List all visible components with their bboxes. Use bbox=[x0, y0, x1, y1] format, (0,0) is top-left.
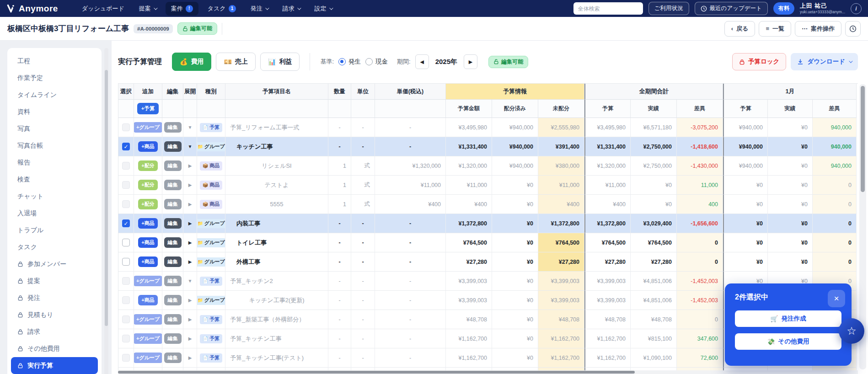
row-checkbox[interactable]: ✓ bbox=[122, 143, 130, 150]
sidebar-scrollbar-thumb[interactable] bbox=[105, 70, 108, 326]
row-edit-button[interactable]: 編集 bbox=[164, 314, 182, 325]
row-checkbox[interactable]: ✓ bbox=[122, 219, 130, 227]
row-edit-button[interactable]: 編集 bbox=[164, 141, 182, 152]
row-add-button[interactable]: +商品 bbox=[138, 237, 157, 248]
radio-accrual[interactable]: 発生 bbox=[338, 58, 361, 66]
row-add-button[interactable]: +グループ bbox=[134, 314, 162, 325]
list-button[interactable]: ≡一覧 bbox=[759, 21, 791, 37]
nav-item[interactable]: 提案 bbox=[134, 2, 162, 16]
expand-toggle[interactable]: ▼ bbox=[188, 278, 193, 283]
brand[interactable]: Anymore bbox=[6, 4, 58, 14]
sidebar-item[interactable]: 発注 bbox=[11, 289, 98, 306]
row-edit-button[interactable]: 編集 bbox=[164, 295, 182, 305]
expand-toggle[interactable]: ▶ bbox=[188, 298, 192, 303]
nav-item[interactable]: 設定 bbox=[309, 2, 338, 16]
sidebar-item[interactable]: 実行予算 bbox=[11, 357, 98, 374]
case-actions-button[interactable]: ⋯案件操作 bbox=[795, 21, 841, 37]
row-checkbox[interactable] bbox=[122, 315, 130, 323]
sidebar-item[interactable]: 検査 bbox=[11, 171, 98, 188]
row-edit-button[interactable]: 編集 bbox=[164, 218, 182, 229]
row-checkbox[interactable] bbox=[122, 335, 130, 342]
row-checkbox[interactable] bbox=[122, 162, 130, 170]
row-add-button[interactable]: +グループ bbox=[134, 353, 162, 363]
budget-lock-button[interactable]: 予算ロック bbox=[732, 53, 786, 70]
row-add-button[interactable]: +配分 bbox=[138, 180, 157, 190]
sidebar-scrollbar[interactable] bbox=[104, 48, 108, 374]
tab-sales[interactable]: 💴売上 bbox=[216, 53, 255, 71]
sidebar-item[interactable]: トラブル bbox=[11, 222, 98, 239]
row-add-button[interactable]: +配分 bbox=[138, 199, 157, 209]
sidebar-item[interactable]: 提案 bbox=[11, 272, 98, 289]
nav-item[interactable]: 請求 bbox=[277, 2, 305, 16]
row-add-button[interactable]: +商品 bbox=[138, 141, 157, 152]
nav-item[interactable]: タスク 1 bbox=[202, 2, 241, 16]
history-button[interactable] bbox=[845, 21, 861, 37]
row-edit-button[interactable]: 編集 bbox=[164, 353, 182, 363]
nav-item[interactable]: 発注 bbox=[245, 2, 273, 16]
expand-toggle[interactable]: ▶ bbox=[188, 259, 192, 264]
row-add-button[interactable]: +グループ bbox=[134, 122, 162, 133]
info-icon[interactable]: i bbox=[851, 3, 862, 14]
row-add-button[interactable]: +配分 bbox=[138, 160, 157, 171]
row-add-button[interactable]: +グループ bbox=[134, 333, 162, 344]
user-menu[interactable]: 上田 祐己 yuki.ueta+33333@anym... bbox=[800, 2, 845, 15]
nav-item[interactable]: 案件 ! bbox=[166, 2, 198, 16]
row-add-button[interactable]: +商品 bbox=[138, 256, 157, 267]
sidebar-item[interactable]: 工程 bbox=[11, 53, 98, 69]
row-checkbox[interactable] bbox=[122, 354, 130, 362]
row-checkbox[interactable] bbox=[122, 200, 130, 208]
expand-toggle[interactable]: ▶ bbox=[188, 355, 192, 360]
table-horizontal-scrollbar[interactable] bbox=[118, 370, 858, 374]
row-checkbox[interactable] bbox=[122, 181, 130, 189]
row-edit-button[interactable]: 編集 bbox=[164, 256, 182, 267]
add-budget-button[interactable]: +予算 bbox=[137, 103, 159, 114]
tab-profit[interactable]: 📊利益 bbox=[260, 53, 300, 71]
close-icon[interactable]: × bbox=[828, 290, 845, 307]
row-edit-button[interactable]: 編集 bbox=[164, 122, 182, 133]
updates-button[interactable]: 最近のアップデート bbox=[695, 2, 768, 15]
sidebar-item[interactable]: タイムライン bbox=[11, 86, 98, 103]
next-year-button[interactable]: ▶ bbox=[464, 54, 477, 69]
other-cost-button[interactable]: 💸その他費用 bbox=[735, 333, 841, 350]
row-checkbox[interactable] bbox=[122, 296, 130, 304]
row-checkbox[interactable] bbox=[122, 123, 130, 131]
create-order-button[interactable]: 🛒発注作成 bbox=[735, 310, 841, 327]
sidebar-item[interactable]: 請求 bbox=[11, 323, 98, 340]
row-edit-button[interactable]: 編集 bbox=[164, 237, 182, 248]
row-edit-button[interactable]: 編集 bbox=[164, 199, 182, 209]
usage-button[interactable]: ご利用状況 bbox=[648, 2, 689, 15]
expand-toggle[interactable]: ▶ bbox=[188, 221, 192, 226]
search-input[interactable] bbox=[573, 2, 643, 15]
sidebar-item[interactable]: 参加メンバー bbox=[11, 256, 98, 272]
row-edit-button[interactable]: 編集 bbox=[164, 180, 182, 190]
sidebar-item[interactable]: チャット bbox=[11, 188, 98, 205]
back-button[interactable]: ‹戻る bbox=[724, 21, 755, 37]
favorite-fab[interactable]: ☆ bbox=[839, 318, 864, 344]
sidebar-item[interactable]: タスク bbox=[11, 239, 98, 256]
expand-toggle[interactable]: ▶ bbox=[188, 202, 192, 207]
table-vertical-scrollbar-thumb[interactable] bbox=[861, 86, 865, 192]
sidebar-item[interactable]: 写真台帳 bbox=[11, 137, 98, 154]
prev-year-button[interactable]: ◀ bbox=[415, 54, 429, 69]
row-add-button[interactable]: +商品 bbox=[138, 218, 157, 229]
tab-cost[interactable]: 💰費用 bbox=[172, 53, 211, 71]
row-edit-button[interactable]: 編集 bbox=[164, 160, 182, 171]
row-add-button[interactable]: +グループ bbox=[134, 276, 162, 286]
radio-cash[interactable]: 現金 bbox=[365, 58, 388, 66]
sidebar-item[interactable]: その他費用 bbox=[11, 340, 98, 357]
row-edit-button[interactable]: 編集 bbox=[164, 333, 182, 344]
row-checkbox[interactable] bbox=[122, 239, 130, 246]
sidebar-item[interactable]: 写真 bbox=[11, 120, 98, 137]
sidebar-item[interactable]: 資料 bbox=[11, 103, 98, 120]
sidebar-item[interactable]: 作業予定 bbox=[11, 69, 98, 86]
expand-toggle[interactable]: ▶ bbox=[188, 317, 192, 322]
row-add-button[interactable]: +商品 bbox=[138, 295, 157, 305]
nav-item[interactable]: ダッシュボード bbox=[76, 2, 130, 16]
expand-toggle[interactable]: ▼ bbox=[188, 144, 193, 149]
expand-toggle[interactable]: ▶ bbox=[188, 336, 192, 341]
row-edit-button[interactable]: 編集 bbox=[164, 276, 182, 286]
expand-toggle[interactable]: ▶ bbox=[188, 240, 192, 245]
row-checkbox[interactable] bbox=[122, 277, 130, 285]
expand-toggle[interactable]: ▶ bbox=[188, 182, 192, 187]
expand-toggle[interactable]: ▶ bbox=[188, 163, 192, 168]
